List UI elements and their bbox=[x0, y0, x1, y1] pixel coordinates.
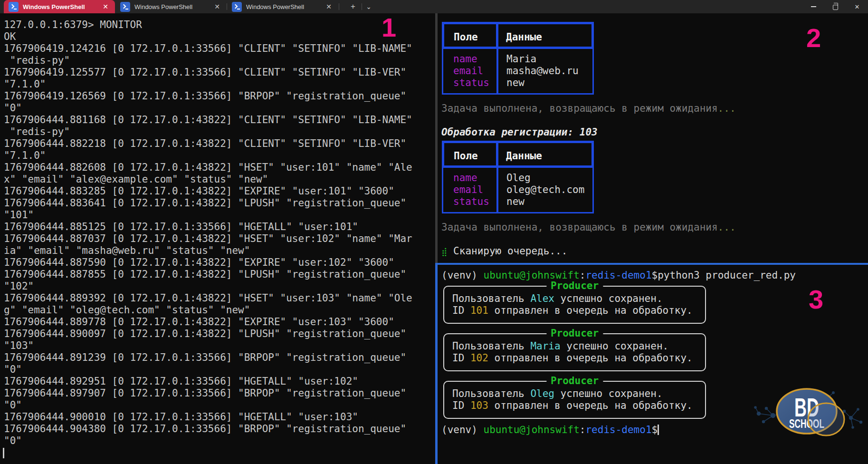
text-cursor bbox=[3, 448, 4, 458]
status-line: Задача выполнена, возвращаюсь в режим ож… bbox=[441, 222, 736, 233]
user-id: 101 bbox=[470, 305, 488, 316]
powershell-icon bbox=[120, 2, 130, 12]
tab-powershell-2[interactable]: Windows PowerShell ✕ bbox=[115, 0, 227, 13]
annotation-1: 1 bbox=[382, 14, 396, 41]
producer-box-title: Producer bbox=[546, 280, 603, 292]
minimize-button[interactable] bbox=[802, 0, 824, 13]
scanning-line: ⣾ Сканирую очередь... bbox=[441, 245, 567, 258]
active-pane-border-left bbox=[435, 263, 438, 464]
window-controls: ✕ bbox=[802, 0, 868, 13]
producer-box-title: Producer bbox=[546, 375, 603, 387]
pane-separator[interactable] bbox=[435, 13, 438, 263]
user-name: Alex bbox=[530, 293, 554, 304]
close-button[interactable]: ✕ bbox=[846, 0, 868, 13]
tab-title: Windows PowerShell bbox=[23, 3, 103, 10]
new-tab-button[interactable]: + bbox=[345, 0, 361, 13]
table-header-field: Поле bbox=[444, 24, 498, 47]
annotation-2: 2 bbox=[806, 25, 821, 51]
tab-bar: Windows PowerShell ✕ Windows PowerShell … bbox=[0, 0, 868, 13]
tab-powershell-1[interactable]: Windows PowerShell ✕ bbox=[4, 0, 115, 13]
field-value: Maria bbox=[506, 53, 592, 65]
shell-prompt: (venv) ubuntu@johnswift:redis-demo1$pyth… bbox=[441, 270, 796, 281]
field-value: masha@web.ru bbox=[506, 65, 592, 77]
redis-monitor-pane[interactable]: 127.0.0.1:6379> MONITOR OK 1767906419.12… bbox=[4, 19, 412, 447]
producer-box-3: Producer Пользователь Oleg успешно сохра… bbox=[443, 381, 706, 419]
user-id: 102 bbox=[470, 352, 488, 364]
field-name: email bbox=[453, 184, 496, 196]
tab-close-icon[interactable]: ✕ bbox=[214, 3, 220, 10]
field-name: status bbox=[453, 196, 496, 208]
producer-box-2: Producer Пользователь Maria успешно сохр… bbox=[443, 333, 706, 371]
processing-title: Обработка регистрации: 103 bbox=[441, 126, 598, 138]
field-value: Oleg bbox=[506, 172, 592, 184]
field-name: name bbox=[453, 172, 496, 184]
table-header-data: Данные bbox=[498, 24, 591, 47]
status-line: Задача выполнена, возвращаюсь в режим ож… bbox=[441, 103, 736, 115]
result-table-1: Поле Данные name email status Maria mash… bbox=[442, 22, 594, 95]
field-value: new bbox=[506, 77, 592, 89]
annotation-3: 3 bbox=[809, 286, 823, 313]
field-name: name bbox=[453, 53, 496, 65]
tab-close-icon[interactable]: ✕ bbox=[326, 3, 332, 10]
shell-prompt: (venv) ubuntu@johnswift:redis-demo1$ bbox=[441, 424, 658, 436]
tab-dropdown-button[interactable]: ⌄ bbox=[362, 0, 375, 13]
minimize-icon bbox=[811, 6, 816, 7]
text-cursor bbox=[658, 425, 659, 435]
table-header-data: Данные bbox=[498, 143, 591, 165]
tab-title: Windows PowerShell bbox=[134, 3, 214, 10]
user-name: Maria bbox=[530, 340, 560, 352]
field-name: status bbox=[453, 77, 496, 89]
field-value: new bbox=[506, 196, 592, 208]
powershell-icon bbox=[232, 2, 242, 12]
user-id: 103 bbox=[470, 400, 488, 411]
bd-school-logo: BD SCHOOL bbox=[753, 386, 867, 464]
tab-powershell-3[interactable]: Windows PowerShell ✕ bbox=[227, 0, 338, 13]
tab-separator bbox=[339, 3, 339, 10]
tab-close-icon[interactable]: ✕ bbox=[103, 3, 108, 10]
field-value: oleg@tech.com bbox=[506, 184, 592, 196]
result-table-2: Поле Данные name email status Oleg oleg@… bbox=[442, 141, 594, 213]
producer-box-title: Producer bbox=[546, 328, 603, 339]
tab-title: Windows PowerShell bbox=[246, 3, 326, 10]
restore-button[interactable] bbox=[824, 0, 846, 13]
powershell-icon bbox=[9, 2, 19, 12]
field-name: email bbox=[453, 65, 496, 77]
active-pane-border-top bbox=[435, 263, 868, 265]
producer-box-1: Producer Пользователь Alex успешно сохра… bbox=[443, 286, 706, 324]
spinner-icon: ⣾ bbox=[441, 247, 447, 256]
tab-separator bbox=[227, 3, 227, 10]
table-header-field: Поле bbox=[444, 143, 498, 165]
terminal-window: Windows PowerShell ✕ Windows PowerShell … bbox=[0, 0, 868, 464]
user-name: Oleg bbox=[530, 388, 554, 399]
restore-icon bbox=[833, 5, 838, 10]
